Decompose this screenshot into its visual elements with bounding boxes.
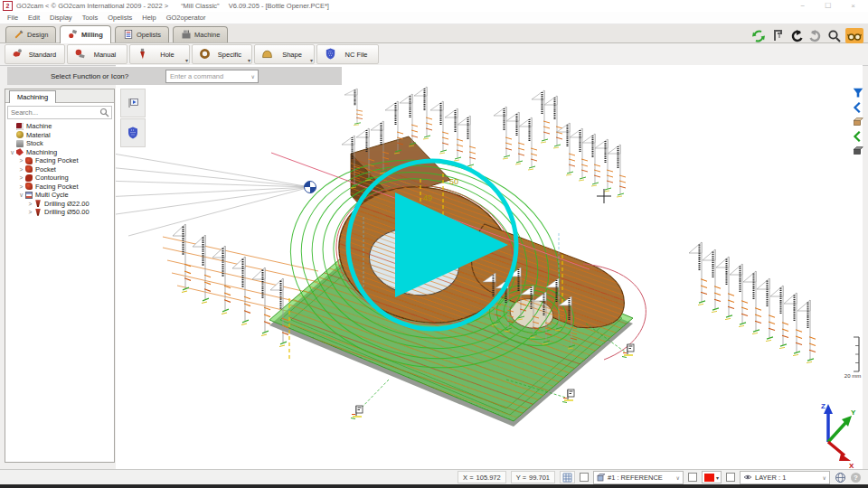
milling-toolbar: StandardManualHole▾Specific▾Shape▾NC Fil… xyxy=(0,43,868,66)
pocket-icon xyxy=(25,157,33,164)
tree-item-label: Drilling Ø50.00 xyxy=(44,208,90,216)
part-view-button[interactable] xyxy=(851,145,865,157)
reference-checkbox[interactable] xyxy=(580,473,589,482)
color-checkbox[interactable] xyxy=(688,473,697,482)
filter-button[interactable] xyxy=(851,87,865,99)
measure-button[interactable] xyxy=(769,28,785,43)
layer-select-value: LAYER : 1 xyxy=(755,474,786,482)
expander-icon[interactable]: > xyxy=(27,209,33,215)
axis-y-label: Y xyxy=(851,408,856,417)
viewport-3d[interactable]: 50 49 xyxy=(116,65,863,469)
window-title: GO2cam < © GO2cam International 2009 - 2… xyxy=(16,2,168,10)
panel-tab-machining[interactable]: Machining xyxy=(9,90,56,103)
tree-item-drilling-50-00[interactable]: >Drilling Ø50.00 xyxy=(5,208,114,217)
t-specific-icon xyxy=(199,48,211,61)
close-button[interactable]: × xyxy=(851,2,855,10)
pocket-icon xyxy=(25,183,33,190)
tree-item-facing-pocket[interactable]: >Facing Pocket xyxy=(5,183,114,192)
toolbar-button-manual[interactable]: Manual xyxy=(67,44,127,64)
minimize-button[interactable]: − xyxy=(800,2,805,10)
view-toolbar-top xyxy=(750,28,863,43)
toolbar-button-label: Standard xyxy=(27,51,58,59)
tree-item-multi-cycle[interactable]: vMulti Cycle xyxy=(5,191,114,200)
search-input[interactable] xyxy=(8,108,99,117)
machining-icon xyxy=(16,148,24,155)
dim-label-50: 50 xyxy=(449,177,458,186)
nc-shield-button[interactable] xyxy=(120,118,146,147)
grid-toggle-button[interactable] xyxy=(560,471,575,483)
tree-item-facing-pocket[interactable]: >Facing Pocket xyxy=(5,156,114,165)
status-bar: X =105.972 Y =99.701 #1 : REFERENCE ∨ ▾ xyxy=(0,469,868,484)
collapse-blue-button[interactable] xyxy=(851,101,865,114)
simulation-view-button[interactable] xyxy=(845,28,863,43)
redo-button[interactable] xyxy=(807,28,823,43)
toolbar-button-hole[interactable]: Hole▾ xyxy=(129,44,190,64)
ribbon-tab-bar: DesignMillingOpelistsMachine xyxy=(0,24,868,43)
tab-design[interactable]: Design xyxy=(5,26,56,42)
command-combo-placeholder: Enter a command xyxy=(170,72,223,80)
toolbar-button-nc-file[interactable]: NC File xyxy=(316,44,379,64)
menu-item-edit[interactable]: Edit xyxy=(28,14,40,22)
coord-y: Y =99.701 xyxy=(511,471,555,483)
expander-icon[interactable]: v xyxy=(9,149,15,155)
expander-icon[interactable]: v xyxy=(18,192,24,198)
grid-icon xyxy=(562,473,572,483)
tree-item-label: Facing Pocket xyxy=(35,183,79,191)
scale-label: 20 mm xyxy=(837,373,868,379)
command-combo[interactable]: Enter a command ∨ xyxy=(165,70,259,83)
t-shape-icon xyxy=(261,48,273,61)
regenerate-button[interactable] xyxy=(750,28,766,43)
axis-triad: Z Y X xyxy=(821,402,856,469)
tree-item-machining[interactable]: vMachining xyxy=(5,148,114,157)
toolbar-button-specific[interactable]: Specific▾ xyxy=(192,44,252,64)
zoom-button[interactable] xyxy=(826,28,842,43)
tab-opelists[interactable]: Opelists xyxy=(115,26,169,42)
menu-item-tools[interactable]: Tools xyxy=(82,14,99,22)
tree-item-drilling-22-00[interactable]: >Drilling Ø22.00 xyxy=(5,200,114,209)
tree-item-label: Machine xyxy=(26,122,52,130)
world-icon[interactable] xyxy=(835,472,846,483)
expander-icon[interactable]: > xyxy=(18,174,24,181)
tree-item-machine[interactable]: Machine xyxy=(5,122,114,131)
toolbar-button-label: NC File xyxy=(341,51,372,59)
menu-item-display[interactable]: Display xyxy=(50,14,72,22)
coord-y-value: 99.701 xyxy=(529,474,550,482)
layer-select[interactable]: LAYER : 1 ∨ xyxy=(740,471,830,484)
chevron-down-icon: ▾ xyxy=(248,58,250,63)
tree-item-material[interactable]: Material xyxy=(5,131,114,140)
layer-checkbox[interactable] xyxy=(726,473,735,482)
t-hole-icon xyxy=(137,48,148,61)
collapse-green-button[interactable] xyxy=(851,130,865,143)
maximize-button[interactable]: ☐ xyxy=(825,2,831,10)
tree-item-contouring[interactable]: >Contouring xyxy=(5,174,114,183)
expander-icon[interactable]: > xyxy=(18,183,24,190)
color-picker[interactable]: ▾ xyxy=(702,471,722,483)
toolbar-button-label: Hole xyxy=(152,51,183,59)
menu-item-opelists[interactable]: Opelists xyxy=(108,14,132,22)
title-bar: 2 GO2cam < © GO2cam International 2009 -… xyxy=(0,0,868,12)
tree-item-label: Material xyxy=(26,131,51,139)
expander-icon[interactable]: > xyxy=(18,157,24,164)
menu-item-file[interactable]: File xyxy=(7,14,18,22)
chevron-down-icon: ∨ xyxy=(676,474,680,481)
toolbar-button-standard[interactable]: Standard xyxy=(5,44,65,64)
tab-milling[interactable]: Milling xyxy=(60,25,111,43)
toolbar-button-shape[interactable]: Shape▾ xyxy=(254,44,315,64)
shield-icon xyxy=(126,126,140,140)
tab-machine[interactable]: Machine xyxy=(173,26,228,42)
tree-item-pocket[interactable]: >Pocket xyxy=(5,165,114,174)
expander-icon[interactable]: > xyxy=(27,201,33,207)
plane-cube-icon xyxy=(597,474,605,482)
tab-label: Design xyxy=(27,31,48,39)
menu-item-go2operator[interactable]: GO2operator xyxy=(166,14,206,22)
simulation-icon xyxy=(126,96,140,110)
material-icon xyxy=(16,131,24,138)
tree-item-stock[interactable]: Stock xyxy=(5,139,114,148)
expander-icon[interactable]: > xyxy=(18,166,24,173)
undo-button[interactable] xyxy=(788,28,804,43)
stock-view-button[interactable] xyxy=(851,116,865,128)
reference-select[interactable]: #1 : REFERENCE ∨ xyxy=(593,471,684,484)
menu-item-help[interactable]: Help xyxy=(142,14,156,22)
simulation-button[interactable] xyxy=(120,89,146,117)
help-button[interactable]: ? xyxy=(851,473,861,483)
